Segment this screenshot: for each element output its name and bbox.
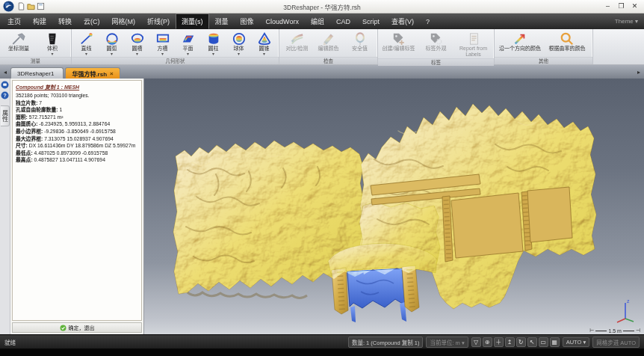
- document-tab[interactable]: 华强方特.rsh ×: [65, 67, 120, 79]
- ribbon-group-geometry: 直线 ▾ 圆弧 ▾ 圆槽 ▾: [72, 29, 279, 64]
- property-line: 最低点: 4.487025 0.8973099 -0.6915758: [16, 150, 138, 157]
- ribbon-tab[interactable]: 编组: [305, 13, 330, 29]
- selected-blue-region: [347, 268, 406, 322]
- ribbon-tab[interactable]: 测量(s): [176, 13, 209, 29]
- viewport-3d[interactable]: z ⊢ 1.5 m ⊣: [144, 79, 644, 334]
- properties-content: Compound 复制 1 : MESH 352186 points; 7031…: [12, 80, 142, 321]
- ribbon-button[interactable]: 平面 ▾: [176, 31, 200, 57]
- chevron-down-icon[interactable]: ▾: [263, 52, 265, 56]
- tab-close-icon[interactable]: ×: [110, 70, 114, 77]
- ribbon-button-icon: [129, 31, 146, 46]
- ribbon-button[interactable]: 坐标测量 ▾: [2, 31, 35, 52]
- chevron-down-icon[interactable]: ▾: [136, 52, 138, 56]
- ribbon-group-label: 其他: [495, 57, 592, 64]
- ribbon-button[interactable]: 球体 ▾: [226, 31, 251, 57]
- property-line: 孔或自由轮廓数量: 1: [16, 106, 138, 114]
- chevron-down-icon[interactable]: ▾: [51, 52, 53, 56]
- ribbon-button[interactable]: 编辑颜色 ▾: [313, 31, 344, 52]
- ribbon: 坐标测量 ▾ 体积 ▾ 测量 直线: [0, 29, 644, 65]
- ribbon-button-icon: [465, 31, 482, 46]
- left-icon-strip: ? 属性: [0, 79, 10, 334]
- ribbon-button[interactable]: Report from Labels ▾: [455, 31, 492, 58]
- ribbon-group-label: 测量: [0, 57, 71, 64]
- ribbon-button[interactable]: 安全值 ▾: [344, 31, 375, 52]
- ribbon-button[interactable]: 体积 ▾: [36, 31, 69, 57]
- ribbon-tab[interactable]: Script: [356, 15, 386, 28]
- mesh-title: Compound 复制 1 : MESH: [16, 83, 138, 90]
- quick-access-button[interactable]: [27, 2, 35, 10]
- tab-scroll-left-icon[interactable]: ◂: [1, 69, 9, 76]
- quick-access-toolbar: [17, 2, 45, 10]
- ribbon-button-icon: [289, 31, 306, 46]
- status-tool-icon[interactable]: ▽: [471, 337, 481, 347]
- ribbon-tab[interactable]: 图像: [235, 13, 260, 29]
- ribbon-group-label: 标签: [378, 58, 494, 66]
- maximize-icon[interactable]: ❐: [615, 1, 628, 11]
- property-line: 352186 points; 703100 triangles.: [16, 92, 138, 99]
- properties-vertical-tab[interactable]: 属性: [1, 105, 10, 126]
- close-icon[interactable]: ✕: [628, 1, 641, 11]
- check-icon: [60, 325, 66, 331]
- chevron-down-icon[interactable]: ▾: [212, 52, 214, 56]
- ribbon-button-icon: [44, 31, 61, 46]
- ribbon-tab-bar: 主页构建转换云(C)网格(M)折线(P)测量(s)测量图像CloudWorx编组…: [0, 13, 644, 29]
- ribbon-button-icon: [321, 31, 337, 46]
- scale-bar: ⊢ 1.5 m ⊣: [589, 328, 640, 334]
- ribbon-button[interactable]: 标签外观 ▾: [418, 31, 454, 52]
- ribbon-button[interactable]: 根据曲率的颜色 ▾: [544, 31, 590, 52]
- app-logo-icon[interactable]: [3, 1, 14, 12]
- status-tool-icon[interactable]: ▭: [539, 337, 548, 347]
- status-bar: 就绪 数量: 1 (Compound 复制 1) 当前单位: m ▾ ▽⊕＋↥↻…: [0, 334, 644, 349]
- ribbon-button[interactable]: 圆锥 ▾: [252, 31, 276, 57]
- ribbon-tab[interactable]: 折线(P): [141, 13, 176, 29]
- theme-selector[interactable]: Theme ▾: [615, 18, 643, 25]
- window-bottom-edge: [0, 349, 644, 356]
- chevron-down-icon[interactable]: ▾: [111, 52, 113, 56]
- ribbon-button[interactable]: 圆槽 ▾: [125, 31, 149, 57]
- dialog-icon[interactable]: [1, 81, 9, 89]
- tab-scroll-right-icon[interactable]: ▸: [635, 69, 643, 76]
- auto-dropdown[interactable]: AUTO ▾: [563, 337, 590, 347]
- minimize-icon[interactable]: –: [601, 1, 614, 11]
- ribbon-button[interactable]: 直线 ▾: [74, 31, 99, 57]
- property-line: 最高点: 0.4875827 13.047111 4.907694: [16, 156, 138, 164]
- ribbon-tab[interactable]: 查看(V): [386, 13, 420, 29]
- main-area: ? 属性 Compound 复制 1 : MESH 352186 points;…: [0, 79, 644, 334]
- status-tool-icon[interactable]: ↻: [516, 337, 526, 347]
- status-tool-icon[interactable]: ▦: [550, 337, 560, 347]
- ribbon-tab[interactable]: 云(C): [78, 13, 106, 29]
- ribbon-tab[interactable]: 网格(M): [106, 13, 142, 29]
- unit-dropdown[interactable]: 当前单位: m ▾: [426, 337, 468, 348]
- document-tab[interactable]: 3DReshaper1: [10, 67, 64, 79]
- ribbon-button-icon: [10, 31, 27, 46]
- status-tool-icon[interactable]: ＋: [494, 337, 504, 347]
- status-tool-icon[interactable]: ↥: [505, 337, 515, 347]
- ok-exit-button[interactable]: 确定，退出: [12, 322, 142, 333]
- status-tool-icon[interactable]: ⊕: [483, 337, 492, 347]
- ribbon-tab[interactable]: CloudWorx: [260, 15, 305, 28]
- ribbon-button[interactable]: 圆弧 ▾: [99, 31, 124, 57]
- ribbon-button[interactable]: 创建/编辑标签 ▾: [380, 31, 417, 52]
- ribbon-empty-area: [593, 29, 644, 64]
- ribbon-tab[interactable]: CAD: [330, 15, 356, 28]
- ribbon-button[interactable]: 圆柱 ▾: [201, 31, 226, 57]
- status-tool-icon[interactable]: ↖: [527, 337, 537, 347]
- ribbon-tab[interactable]: 转换: [52, 13, 78, 29]
- ribbon-group-label: 检查: [279, 57, 377, 64]
- chevron-down-icon[interactable]: ▾: [85, 52, 87, 56]
- chevron-down-icon[interactable]: ▾: [161, 52, 164, 56]
- ribbon-tab[interactable]: 主页: [1, 13, 27, 29]
- scale-label: 1.5 m: [608, 328, 622, 334]
- chevron-down-icon[interactable]: ▾: [187, 52, 189, 56]
- quick-access-button[interactable]: [37, 2, 45, 10]
- help-icon[interactable]: ?: [1, 91, 9, 99]
- grid-step: 网格步进 AUTO: [592, 337, 640, 348]
- quick-access-button[interactable]: [17, 2, 25, 10]
- chevron-down-icon[interactable]: ▾: [238, 52, 240, 56]
- ribbon-tab[interactable]: 构建: [27, 13, 52, 29]
- ribbon-tab[interactable]: 测量: [209, 13, 235, 29]
- ribbon-button[interactable]: 沿一个方向的颜色 ▾: [497, 31, 543, 52]
- ribbon-button[interactable]: 方槽 ▾: [150, 31, 175, 57]
- ribbon-button[interactable]: 对比/检测 ▾: [282, 31, 312, 52]
- ribbon-tab[interactable]: ?: [420, 15, 436, 28]
